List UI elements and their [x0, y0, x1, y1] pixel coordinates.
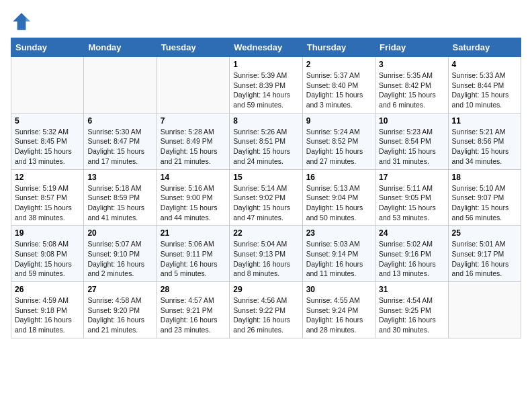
day-number: 27 — [87, 285, 152, 294]
day-number: 15 — [233, 173, 298, 182]
day-header-friday: Friday — [375, 38, 448, 57]
day-info: Sunrise: 5:19 AMSunset: 8:57 PMDaylight:… — [15, 183, 80, 223]
calendar-table: SundayMondayTuesdayWednesdayThursdayFrid… — [11, 38, 521, 338]
day-info: Sunrise: 4:58 AMSunset: 9:20 PMDaylight:… — [87, 295, 152, 335]
day-number: 8 — [233, 116, 298, 126]
day-number: 22 — [233, 228, 298, 238]
day-number: 20 — [87, 228, 152, 238]
day-number: 9 — [306, 116, 371, 126]
calendar-cell: 21Sunrise: 5:06 AMSunset: 9:11 PMDayligh… — [157, 226, 229, 282]
day-number: 31 — [379, 285, 444, 294]
svg-marker-1 — [26, 17, 30, 21]
day-header-wednesday: Wednesday — [230, 38, 302, 57]
calendar-cell: 24Sunrise: 5:02 AMSunset: 9:16 PMDayligh… — [375, 226, 448, 282]
day-info: Sunrise: 5:07 AMSunset: 9:10 PMDaylight:… — [87, 239, 152, 279]
calendar-cell: 31Sunrise: 4:54 AMSunset: 9:25 PMDayligh… — [375, 282, 448, 338]
day-info: Sunrise: 5:08 AMSunset: 9:08 PMDaylight:… — [15, 239, 80, 279]
day-info: Sunrise: 4:56 AMSunset: 9:22 PMDaylight:… — [233, 295, 298, 335]
day-number: 16 — [306, 173, 371, 182]
day-info: Sunrise: 5:28 AMSunset: 8:49 PMDaylight:… — [161, 127, 226, 167]
calendar-cell: 26Sunrise: 4:59 AMSunset: 9:18 PMDayligh… — [11, 282, 84, 338]
day-number: 1 — [233, 60, 298, 69]
day-number: 4 — [452, 60, 517, 69]
calendar-cell — [11, 57, 84, 113]
calendar-cell — [84, 57, 157, 113]
calendar-cell: 28Sunrise: 4:57 AMSunset: 9:21 PMDayligh… — [157, 282, 229, 338]
day-number: 18 — [452, 173, 517, 182]
calendar-cell: 22Sunrise: 5:04 AMSunset: 9:13 PMDayligh… — [230, 226, 302, 282]
calendar-cell: 9Sunrise: 5:24 AMSunset: 8:52 PMDaylight… — [302, 113, 375, 169]
day-info: Sunrise: 5:21 AMSunset: 8:56 PMDaylight:… — [452, 127, 517, 167]
day-header-saturday: Saturday — [448, 38, 521, 57]
day-number: 17 — [379, 173, 444, 182]
calendar-cell: 15Sunrise: 5:14 AMSunset: 9:02 PMDayligh… — [230, 169, 302, 226]
day-info: Sunrise: 5:37 AMSunset: 8:40 PMDaylight:… — [306, 71, 371, 110]
day-info: Sunrise: 5:26 AMSunset: 8:51 PMDaylight:… — [233, 127, 298, 167]
calendar-cell: 23Sunrise: 5:03 AMSunset: 9:14 PMDayligh… — [302, 226, 375, 282]
calendar-cell: 1Sunrise: 5:39 AMSunset: 8:39 PMDaylight… — [230, 57, 302, 113]
day-number: 5 — [15, 116, 80, 126]
day-info: Sunrise: 4:55 AMSunset: 9:24 PMDaylight:… — [306, 295, 371, 335]
calendar-cell — [448, 282, 521, 338]
day-number: 30 — [306, 285, 371, 294]
logo-icon — [11, 11, 32, 32]
day-number: 23 — [306, 228, 371, 238]
day-number: 7 — [161, 116, 226, 126]
day-number: 25 — [452, 228, 517, 238]
calendar-cell: 4Sunrise: 5:33 AMSunset: 8:44 PMDaylight… — [448, 57, 521, 113]
day-info: Sunrise: 5:33 AMSunset: 8:44 PMDaylight:… — [452, 71, 517, 110]
calendar-cell: 10Sunrise: 5:23 AMSunset: 8:54 PMDayligh… — [375, 113, 448, 169]
calendar-cell: 5Sunrise: 5:32 AMSunset: 8:45 PMDaylight… — [11, 113, 84, 169]
day-info: Sunrise: 5:10 AMSunset: 9:07 PMDaylight:… — [452, 183, 517, 223]
day-info: Sunrise: 5:13 AMSunset: 9:04 PMDaylight:… — [306, 183, 371, 223]
day-info: Sunrise: 5:32 AMSunset: 8:45 PMDaylight:… — [15, 127, 80, 167]
day-info: Sunrise: 5:06 AMSunset: 9:11 PMDaylight:… — [161, 239, 226, 279]
day-number: 11 — [452, 116, 517, 126]
day-number: 12 — [15, 173, 80, 182]
logo — [11, 11, 35, 32]
calendar-cell: 14Sunrise: 5:16 AMSunset: 9:00 PMDayligh… — [157, 169, 229, 226]
calendar-cell: 2Sunrise: 5:37 AMSunset: 8:40 PMDaylight… — [302, 57, 375, 113]
day-header-thursday: Thursday — [302, 38, 375, 57]
day-info: Sunrise: 5:11 AMSunset: 9:05 PMDaylight:… — [379, 183, 444, 223]
day-info: Sunrise: 5:14 AMSunset: 9:02 PMDaylight:… — [233, 183, 298, 223]
calendar-cell: 12Sunrise: 5:19 AMSunset: 8:57 PMDayligh… — [11, 169, 84, 226]
calendar-cell — [157, 57, 229, 113]
day-info: Sunrise: 5:23 AMSunset: 8:54 PMDaylight:… — [379, 127, 444, 167]
day-number: 19 — [15, 228, 80, 238]
day-number: 21 — [161, 228, 226, 238]
day-info: Sunrise: 5:04 AMSunset: 9:13 PMDaylight:… — [233, 239, 298, 279]
calendar-cell: 16Sunrise: 5:13 AMSunset: 9:04 PMDayligh… — [302, 169, 375, 226]
calendar-cell: 29Sunrise: 4:56 AMSunset: 9:22 PMDayligh… — [230, 282, 302, 338]
calendar-cell: 8Sunrise: 5:26 AMSunset: 8:51 PMDaylight… — [230, 113, 302, 169]
calendar-cell: 18Sunrise: 5:10 AMSunset: 9:07 PMDayligh… — [448, 169, 521, 226]
day-info: Sunrise: 5:18 AMSunset: 8:59 PMDaylight:… — [87, 183, 152, 223]
day-number: 29 — [233, 285, 298, 294]
day-header-monday: Monday — [84, 38, 157, 57]
day-number: 10 — [379, 116, 444, 126]
day-info: Sunrise: 5:02 AMSunset: 9:16 PMDaylight:… — [379, 239, 444, 279]
day-number: 2 — [306, 60, 371, 69]
day-header-tuesday: Tuesday — [157, 38, 229, 57]
calendar-cell: 7Sunrise: 5:28 AMSunset: 8:49 PMDaylight… — [157, 113, 229, 169]
day-info: Sunrise: 5:24 AMSunset: 8:52 PMDaylight:… — [306, 127, 371, 167]
day-info: Sunrise: 5:03 AMSunset: 9:14 PMDaylight:… — [306, 239, 371, 279]
day-number: 6 — [87, 116, 152, 126]
calendar-cell: 19Sunrise: 5:08 AMSunset: 9:08 PMDayligh… — [11, 226, 84, 282]
day-info: Sunrise: 5:35 AMSunset: 8:42 PMDaylight:… — [379, 71, 444, 110]
calendar-cell: 17Sunrise: 5:11 AMSunset: 9:05 PMDayligh… — [375, 169, 448, 226]
day-number: 14 — [161, 173, 226, 182]
calendar-cell: 27Sunrise: 4:58 AMSunset: 9:20 PMDayligh… — [84, 282, 157, 338]
day-number: 3 — [379, 60, 444, 69]
day-info: Sunrise: 5:16 AMSunset: 9:00 PMDaylight:… — [161, 183, 226, 223]
day-info: Sunrise: 4:57 AMSunset: 9:21 PMDaylight:… — [161, 295, 226, 335]
day-info: Sunrise: 4:59 AMSunset: 9:18 PMDaylight:… — [15, 295, 80, 335]
calendar-cell: 11Sunrise: 5:21 AMSunset: 8:56 PMDayligh… — [448, 113, 521, 169]
day-info: Sunrise: 5:01 AMSunset: 9:17 PMDaylight:… — [452, 239, 517, 279]
calendar-cell: 30Sunrise: 4:55 AMSunset: 9:24 PMDayligh… — [302, 282, 375, 338]
day-number: 13 — [87, 173, 152, 182]
day-header-sunday: Sunday — [11, 38, 84, 57]
calendar-cell: 25Sunrise: 5:01 AMSunset: 9:17 PMDayligh… — [448, 226, 521, 282]
day-info: Sunrise: 5:30 AMSunset: 8:47 PMDaylight:… — [87, 127, 152, 167]
calendar-cell: 13Sunrise: 5:18 AMSunset: 8:59 PMDayligh… — [84, 169, 157, 226]
